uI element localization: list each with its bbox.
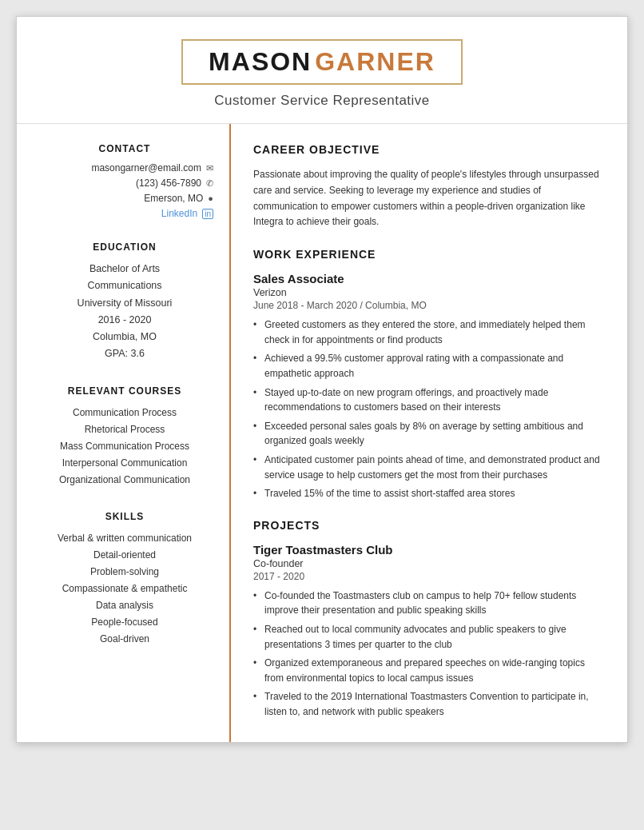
projects-container: Tiger Toastmasters ClubCo-founder2017 - … — [253, 543, 605, 720]
linkedin-link[interactable]: LinkedIn — [161, 208, 197, 219]
career-objective-section: CAREER OBJECTIVE Passionate about improv… — [253, 143, 605, 230]
skill-item: Goal-driven — [36, 631, 213, 648]
resume-header: MASON GARNER Customer Service Representa… — [17, 17, 627, 123]
career-objective-text: Passionate about improving the quality o… — [253, 167, 605, 230]
job-title: Customer Service Representative — [49, 93, 595, 109]
career-objective-heading: CAREER OBJECTIVE — [253, 143, 605, 159]
jobs-container: Sales AssociateVerizonJune 2018 - March … — [253, 272, 605, 501]
course-item: Mass Communication Process — [36, 438, 213, 455]
contact-section: CONTACT masongarner@email.com ✉ (123) 45… — [36, 143, 213, 219]
sidebar: CONTACT masongarner@email.com ✉ (123) 45… — [17, 124, 231, 742]
skills-list: Verbal & written communicationDetail-ori… — [36, 530, 213, 648]
bullet-item: Organized extemporaneous and prepared sp… — [253, 656, 605, 685]
project-title-text: Tiger Toastmasters Club — [253, 543, 605, 557]
phone-item: (123) 456-7890 ✆ — [36, 178, 213, 189]
location-text: Emerson, MO — [144, 193, 203, 204]
skill-item: Compassionate & empathetic — [36, 581, 213, 597]
education-block: Bachelor of Arts Communications Universi… — [36, 261, 213, 363]
location-item: Emerson, MO ● — [36, 193, 213, 204]
bullet-item: Traveled to the 2019 International Toast… — [253, 689, 605, 719]
skill-item: People-focused — [36, 614, 213, 631]
edu-gpa: GPA: 3.6 — [36, 345, 213, 362]
body-layout: CONTACT masongarner@email.com ✉ (123) 45… — [17, 123, 627, 742]
email-icon: ✉ — [206, 163, 213, 174]
work-experience-heading: WORK EXPERIENCE — [253, 248, 605, 264]
email-text: masongarner@email.com — [91, 162, 201, 174]
education-heading: EDUCATION — [36, 241, 213, 253]
courses-section: RELEVANT COURSES Communication ProcessRh… — [36, 385, 213, 489]
skill-item: Problem-solving — [36, 564, 213, 581]
job-meta: June 2018 - March 2020 / Columbia, MO — [253, 300, 605, 311]
main-content: CAREER OBJECTIVE Passionate about improv… — [231, 124, 627, 742]
major: Communications — [36, 277, 213, 294]
bullet-item: Traveled 15% of the time to assist short… — [253, 486, 605, 501]
project-item: Tiger Toastmasters ClubCo-founder2017 - … — [253, 543, 605, 720]
bullet-item: Reached out to local community advocates… — [253, 622, 605, 652]
project-role: Co-founder — [253, 558, 605, 569]
bullet-item: Exceeded personal sales goals by 8% on a… — [253, 419, 605, 449]
education-section: EDUCATION Bachelor of Arts Communication… — [36, 241, 213, 363]
projects-heading: PROJECTS — [253, 519, 605, 535]
location-icon: ● — [208, 194, 213, 203]
phone-text: (123) 456-7890 — [136, 178, 201, 189]
linkedin-item[interactable]: LinkedIn in — [36, 208, 213, 219]
skills-heading: SKILLS — [36, 511, 213, 522]
skill-item: Verbal & written communication — [36, 530, 213, 547]
courses-list: Communication ProcessRhetorical ProcessM… — [36, 405, 213, 489]
bullet-item: Achieved a 99.5% customer approval ratin… — [253, 351, 605, 381]
work-experience-section: WORK EXPERIENCE Sales AssociateVerizonJu… — [253, 248, 605, 501]
skills-section: SKILLS Verbal & written communicationDet… — [36, 511, 213, 648]
bullet-item: Anticipated customer pain points ahead o… — [253, 453, 605, 482]
edu-years: 2016 - 2020 — [36, 312, 213, 329]
course-item: Rhetorical Process — [36, 421, 213, 438]
university: University of Missouri — [36, 295, 213, 312]
edu-city: Columbia, MO — [36, 329, 213, 345]
projects-section: PROJECTS Tiger Toastmasters ClubCo-found… — [253, 519, 605, 720]
project-bullets: Co-founded the Toastmasters club on camp… — [253, 589, 605, 720]
name-box: MASON GARNER — [181, 39, 463, 85]
bullet-item: Co-founded the Toastmasters club on camp… — [253, 589, 605, 618]
job-item: Sales AssociateVerizonJune 2018 - March … — [253, 272, 605, 501]
email-item: masongarner@email.com ✉ — [36, 162, 213, 174]
course-item: Interpersonal Communication — [36, 455, 213, 472]
first-name: MASON — [209, 47, 312, 76]
job-title-text: Sales Associate — [253, 272, 605, 285]
contact-heading: CONTACT — [36, 143, 213, 154]
bullet-item: Stayed up-to-date on new program offerin… — [253, 385, 605, 415]
linkedin-icon: in — [202, 209, 213, 219]
project-years: 2017 - 2020 — [253, 571, 605, 582]
resume-document: MASON GARNER Customer Service Representa… — [16, 16, 628, 743]
skill-item: Data analysis — [36, 597, 213, 614]
bullet-item: Greeted customers as they entered the st… — [253, 317, 605, 347]
job-bullets: Greeted customers as they entered the st… — [253, 317, 605, 501]
phone-icon: ✆ — [206, 178, 213, 189]
skill-item: Detail-oriented — [36, 547, 213, 564]
degree: Bachelor of Arts — [36, 261, 213, 277]
company-name: Verizon — [253, 287, 605, 298]
course-item: Communication Process — [36, 405, 213, 421]
courses-heading: RELEVANT COURSES — [36, 385, 213, 397]
last-name: GARNER — [315, 47, 435, 76]
course-item: Organizational Communication — [36, 472, 213, 489]
